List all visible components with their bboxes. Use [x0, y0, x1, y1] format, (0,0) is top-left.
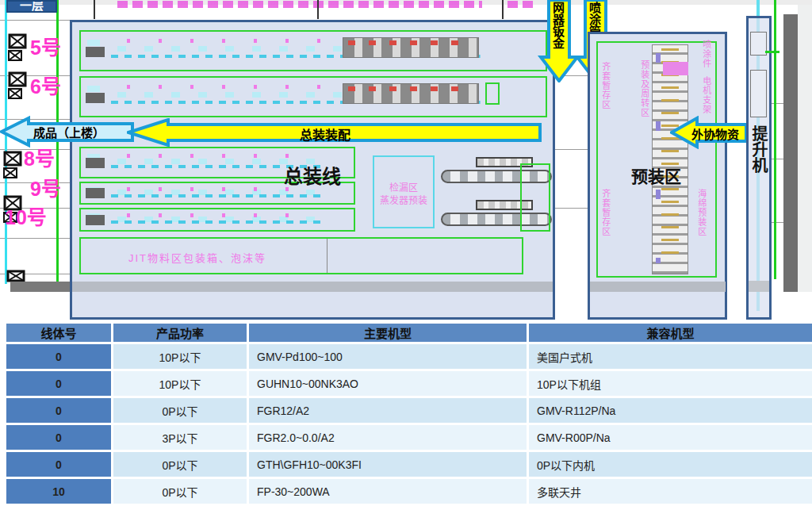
- floor-tag: 一层: [6, 0, 57, 13]
- assembly-line-6: [79, 76, 547, 117]
- elevator-icon: [6, 270, 25, 282]
- table-cell: GUHN10~00NK3AO: [249, 371, 527, 396]
- table-cell: FP-30~200WA: [249, 479, 527, 504]
- evaporator-preassembly-label: 蒸发器预装: [374, 195, 433, 208]
- sheet-metal-arrow-label: 网器钣金: [552, 2, 564, 49]
- table-cell: 美国户式机: [529, 344, 812, 369]
- table-cell: 0: [6, 398, 111, 423]
- wall-line: [94, 0, 95, 19]
- elevator-icon: [8, 33, 27, 61]
- external-materials-arrow-label: 外协物资: [691, 125, 739, 142]
- spray-parts-label: 喷涂件: [701, 40, 711, 68]
- table-cell: 0: [6, 452, 111, 477]
- hoist-label: 提升机: [750, 125, 768, 173]
- floor-slab-bar: [10, 282, 70, 292]
- hoist-cell-art: [750, 32, 767, 56]
- wall-line: [502, 0, 504, 19]
- table-cell: 10P以下: [113, 344, 247, 369]
- table-cell: 多联天井: [529, 479, 812, 504]
- preassembly-area-label: 预装区: [631, 163, 681, 187]
- conveyor-art: [82, 211, 352, 228]
- jit-material-box: JIT物料区包装箱、泡沫等: [79, 237, 523, 274]
- motor-bracket-label: 电机支架: [701, 76, 711, 114]
- floor-slab-bar: [590, 282, 726, 292]
- kitting-buffer-label: 齐套暂存区: [600, 62, 611, 109]
- divider-line: [327, 239, 327, 273]
- table-header-main-models: 主要机型: [249, 324, 527, 342]
- table-cell: GMV-Pd100~100: [249, 344, 527, 369]
- floor-slab-bar: [72, 282, 553, 292]
- table-cell: GTH\GFH10~00K3FI: [249, 452, 527, 477]
- final-assembly-line-label: 总装线: [284, 161, 341, 189]
- green-tick: [765, 51, 779, 53]
- hoist-floor-bar: [749, 281, 769, 292]
- grid-line: [0, 20, 70, 21]
- finished-goods-arrow-label: 成品（上楼）: [33, 124, 105, 140]
- assembly-line-10: [79, 208, 355, 232]
- table-cell: 0P以下内机: [529, 452, 812, 477]
- sponge-preassembly-label: 海绵预装区: [696, 189, 707, 236]
- table-cell: 0P以下: [113, 398, 247, 423]
- machine-cluster-art: [343, 37, 479, 58]
- line-label-6: 6号: [30, 77, 61, 97]
- preassembly-turnover-label: 预装及周转区: [639, 60, 649, 117]
- wall-strip: [783, 14, 798, 292]
- line-label-5: 5号: [30, 38, 61, 58]
- machine-cluster-art: [343, 83, 479, 104]
- table-cell: GMV-R112P/Na: [529, 398, 812, 423]
- floor-tag-label: 一层: [20, 0, 44, 12]
- table-header-line-no: 线体号: [6, 324, 111, 342]
- right-edge-band: [798, 5, 812, 292]
- fixture-art: [520, 163, 550, 232]
- kitting-buffer-label-2: 齐套暂存区: [600, 189, 611, 236]
- hoist-cell-art: [750, 70, 767, 117]
- table-cell: FGR2.0~0.0/A2: [249, 425, 527, 450]
- elevator-icon: [8, 71, 27, 99]
- factory-layout-slide: 一层 5号 6号 8号 9号 10号 总装线: [0, 0, 812, 506]
- grid-line: [555, 208, 588, 209]
- jit-material-label: JIT物料区包装箱、泡沫等: [128, 250, 266, 265]
- line-label-8: 8号: [24, 149, 55, 169]
- table-cell: FGR12/A2: [249, 398, 527, 423]
- table-cell: GMV-R00P/Na: [529, 425, 812, 450]
- fixture-art: [485, 82, 500, 105]
- elevator-icon: [3, 151, 22, 178]
- table-cell: 0P以下: [113, 452, 247, 477]
- magenta-block-art: [663, 62, 688, 75]
- assembly-line-5: [79, 30, 547, 71]
- line-label-9: 9号: [30, 179, 61, 199]
- line-model-table: 线体号 产品功率 主要机型 兼容机型 0 10P以下 GMV-Pd100~100…: [6, 324, 812, 504]
- line-label-10: 10号: [5, 208, 47, 228]
- table-header-power: 产品功率: [113, 324, 247, 342]
- leak-test-box: 检漏区 蒸发器预装: [373, 155, 435, 228]
- grid-line: [0, 238, 70, 239]
- final-assembly-arrow-label: 总装装配: [300, 125, 350, 144]
- table-cell: 0: [6, 425, 111, 450]
- table-cell: 0: [6, 344, 111, 369]
- table-cell: 10: [6, 479, 111, 504]
- grid-line: [555, 149, 588, 150]
- table-cell: 10P以下: [113, 371, 247, 396]
- table-cell: 0P以下: [113, 479, 247, 504]
- rack-art: [652, 44, 688, 274]
- green-utility-line: [774, 0, 776, 279]
- clipped-title-text: [117, 1, 482, 8]
- wall-line: [317, 0, 319, 19]
- table-cell: 3P以下: [113, 425, 247, 450]
- table-cell: 10P以下机组: [529, 371, 812, 396]
- clipped-room-label: [508, 1, 536, 8]
- leak-test-label: 检漏区: [374, 182, 433, 195]
- table-cell: 0: [6, 371, 111, 396]
- table-header-compatible-models: 兼容机型: [529, 324, 812, 342]
